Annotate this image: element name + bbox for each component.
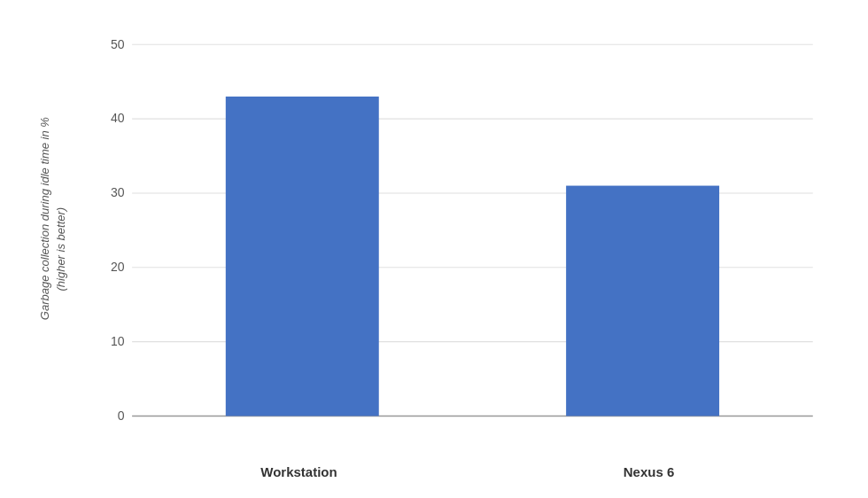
svg-text:40: 40 xyxy=(111,111,125,125)
x-label: Workstation xyxy=(124,459,474,479)
x-label: Nexus 6 xyxy=(474,459,824,479)
svg-text:50: 50 xyxy=(111,37,125,51)
y-axis-label-container: Garbage collection during idle time in %… xyxy=(27,19,80,479)
chart-container: Garbage collection during idle time in %… xyxy=(27,19,841,479)
svg-rect-13 xyxy=(566,186,719,416)
svg-text:10: 10 xyxy=(111,334,125,348)
x-labels: WorkstationNexus 6 xyxy=(80,459,841,479)
y-axis-label: Garbage collection during idle time in %… xyxy=(37,178,69,320)
svg-text:30: 30 xyxy=(111,185,125,199)
plot-area: 01020304050 xyxy=(80,19,841,459)
svg-rect-12 xyxy=(226,97,379,416)
chart-svg: 01020304050 xyxy=(80,19,841,432)
svg-text:20: 20 xyxy=(111,260,125,274)
svg-text:0: 0 xyxy=(118,409,125,423)
chart-area: 01020304050 WorkstationNexus 6 xyxy=(80,19,841,479)
